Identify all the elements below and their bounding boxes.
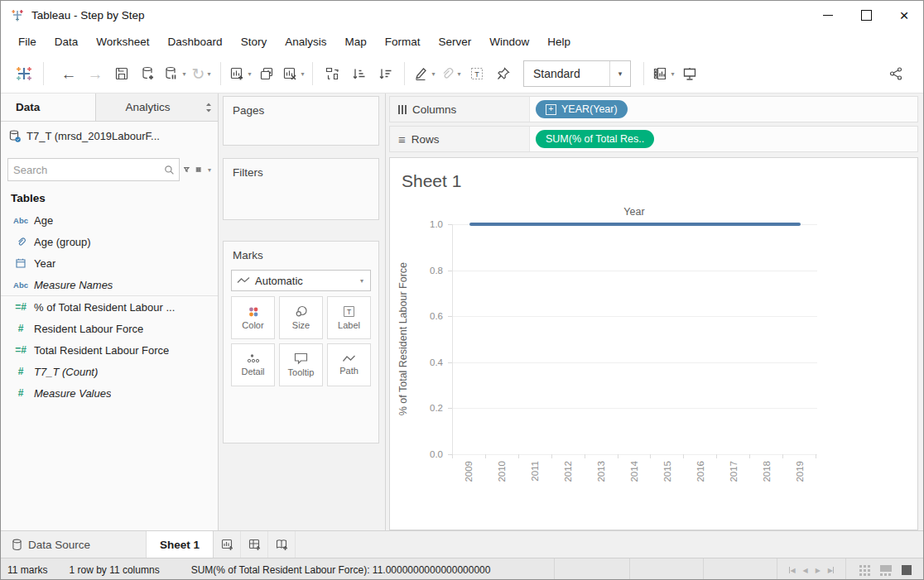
run-update-button[interactable]: ↻ ▾ — [189, 60, 214, 87]
x-tick-label-2015: 2015 — [651, 461, 684, 501]
calculated-number-icon: =# — [11, 301, 31, 313]
menu-item-server[interactable]: Server — [429, 36, 480, 48]
search-input[interactable] — [8, 164, 164, 176]
chevron-down-icon[interactable]: ▾ — [208, 166, 211, 174]
chevron-down-icon[interactable]: ▾ — [609, 61, 630, 86]
menu-item-worksheet[interactable]: Worksheet — [87, 36, 158, 48]
filmstrip-view-icon[interactable] — [880, 565, 892, 576]
datasource-row[interactable]: T7_T (mrsd_2019LabourF... — [1, 122, 218, 150]
view-data-grid-icon[interactable] — [195, 164, 201, 175]
show-mark-labels-button[interactable]: T — [464, 60, 489, 87]
columns-pill-year[interactable]: + YEAR(Year) — [536, 100, 628, 118]
field-year[interactable]: Year — [1, 252, 218, 274]
tab-sheet-1[interactable]: Sheet 1 — [147, 531, 214, 558]
data-line[interactable] — [469, 223, 801, 226]
menu-item-help[interactable]: Help — [538, 36, 580, 48]
columns-shelf-label: Columns — [390, 97, 530, 122]
plot-area[interactable] — [452, 224, 817, 455]
color-icon — [248, 306, 259, 318]
new-datasource-button[interactable] — [136, 60, 161, 87]
menu-item-dashboard[interactable]: Dashboard — [159, 36, 232, 48]
filter-fields-icon[interactable] — [184, 164, 190, 175]
size-button[interactable]: Size — [279, 296, 323, 339]
tableau-home-button[interactable] — [12, 60, 36, 87]
menu-item-story[interactable]: Story — [232, 36, 277, 48]
clear-sheet-button[interactable]: ▾ — [281, 60, 306, 87]
field-measure-names[interactable]: AbcMeasure Names — [1, 274, 218, 295]
datasource-name: T7_T (mrsd_2019LabourF... — [26, 130, 160, 142]
share-button[interactable] — [883, 60, 908, 87]
window-title: Tableau - Step by Step — [31, 9, 809, 22]
sort-ascending-button[interactable] — [346, 60, 371, 87]
mark-type-dropdown[interactable]: Automatic ▾ — [231, 270, 371, 291]
detail-button[interactable]: Detail — [231, 343, 275, 386]
path-button[interactable]: Path — [327, 343, 371, 386]
close-button[interactable]: × — [885, 1, 923, 29]
duplicate-sheet-button[interactable] — [254, 60, 279, 87]
first-page-icon[interactable]: ◀ — [789, 567, 795, 574]
toolbar-separator — [643, 62, 644, 85]
field-measure-values[interactable]: #Measure Values — [1, 382, 218, 404]
menu-item-analysis[interactable]: Analysis — [276, 36, 335, 48]
tab-data-source[interactable]: Data Source — [1, 531, 147, 558]
field-resident-labour-force[interactable]: #Resident Labour Force — [1, 318, 218, 339]
new-worksheet-tab-button[interactable] — [214, 531, 241, 558]
menu-item-window[interactable]: Window — [480, 36, 538, 48]
maximize-button[interactable] — [847, 1, 885, 29]
rows-shelf-label: ≡ Rows — [390, 127, 530, 151]
undo-button[interactable]: ← — [56, 60, 81, 87]
tab-data[interactable]: Data — [1, 93, 96, 121]
new-worksheet-button[interactable]: ▾ — [228, 60, 253, 87]
field-of-total-resident-labour[interactable]: =#% of Total Resident Labour ... — [1, 295, 218, 318]
field-t7-t-count[interactable]: #T7_T (Count) — [1, 361, 218, 382]
last-page-icon[interactable]: ▶ — [828, 567, 834, 574]
label-button[interactable]: T Label — [327, 296, 371, 339]
y-tick-label: 0.2 — [430, 403, 443, 413]
rows-pill-sum[interactable]: SUM(% of Total Res.. — [536, 130, 654, 148]
menu-item-format[interactable]: Format — [376, 36, 430, 48]
group-members-button[interactable]: ▾ — [438, 60, 463, 87]
x-tick-label-2018: 2018 — [750, 461, 783, 501]
columns-shelf[interactable]: Columns + YEAR(Year) — [389, 96, 918, 122]
field-age-group[interactable]: Age (group) — [1, 231, 218, 252]
highlight-button[interactable]: ▾ — [411, 60, 436, 87]
field-total-resident-labour-force[interactable]: =#Total Resident Labour Force — [1, 339, 218, 361]
color-button[interactable]: Color — [231, 296, 275, 339]
menu-item-map[interactable]: Map — [335, 36, 375, 48]
paperclip-icon — [440, 66, 455, 81]
fix-axes-button[interactable] — [491, 60, 516, 87]
grid-view-icon[interactable] — [859, 565, 870, 576]
redo-button[interactable]: → — [83, 60, 108, 87]
show-hide-cards-button[interactable]: ▾ — [651, 60, 676, 87]
field-age[interactable]: AbcAge — [1, 209, 218, 231]
next-page-icon[interactable]: ▶ — [816, 567, 821, 574]
new-story-icon — [275, 538, 289, 551]
pane-collapse-control[interactable] — [200, 93, 218, 121]
marks-count: 11 marks — [7, 564, 47, 576]
rows-shelf[interactable]: ≡ Rows SUM(% of Total Res.. — [389, 126, 918, 152]
sheet-view-icon[interactable] — [902, 565, 912, 575]
pause-auto-updates-button[interactable]: ▾ — [162, 60, 187, 87]
sort-descending-button[interactable] — [373, 60, 397, 87]
search-box[interactable] — [7, 158, 180, 181]
up-down-arrows-icon — [205, 103, 212, 113]
new-dashboard-tab-button[interactable] — [241, 531, 268, 558]
save-button[interactable] — [109, 60, 134, 87]
text-label-icon: T — [469, 66, 484, 81]
tab-analytics[interactable]: Analytics — [96, 93, 200, 121]
save-icon — [114, 66, 129, 81]
gridline — [453, 408, 817, 409]
swap-rows-columns-button[interactable] — [320, 60, 344, 87]
new-story-tab-button[interactable] — [268, 531, 296, 558]
minimize-button[interactable] — [809, 1, 847, 29]
menu-item-file[interactable]: File — [9, 36, 46, 48]
tooltip-button[interactable]: Tooltip — [279, 343, 323, 386]
previous-page-icon[interactable]: ◀ — [803, 567, 808, 574]
fit-selector[interactable]: Standard ▾ — [523, 60, 631, 87]
filters-shelf[interactable]: Filters — [223, 158, 379, 220]
presentation-mode-button[interactable] — [677, 60, 702, 87]
line-chart: Year % of Total Resident Labour Force 0.… — [390, 195, 918, 522]
menu-item-data[interactable]: Data — [46, 36, 88, 48]
pages-shelf[interactable]: Pages — [223, 96, 379, 146]
expand-plus-icon[interactable]: + — [546, 104, 556, 115]
